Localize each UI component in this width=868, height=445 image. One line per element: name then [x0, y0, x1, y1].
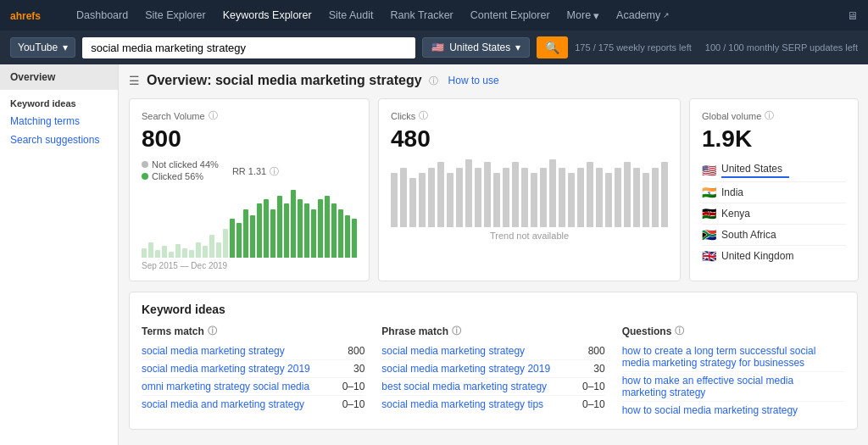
- search-input[interactable]: [82, 37, 415, 58]
- weekly-reports: 175 / 175 weekly reports left: [575, 42, 692, 53]
- phrase-count-2: 30: [593, 363, 604, 375]
- main-layout: Overview Keyword ideas Matching terms Se…: [0, 64, 868, 445]
- questions-col: Questions ⓘ how to create a long term su…: [622, 325, 845, 419]
- clicks-bar: [512, 162, 519, 227]
- terms-match-info-icon[interactable]: ⓘ: [208, 325, 217, 337]
- not-clicked-legend: Not clicked 44%: [142, 159, 219, 170]
- terms-link-3[interactable]: omni marketing strategy social media: [142, 381, 336, 392]
- monitor-icon: 🖥: [847, 9, 858, 22]
- clicks-card: Clicks ⓘ 480 Trend not available: [378, 98, 681, 281]
- question-link-3[interactable]: how to social media marketing strategy: [622, 404, 838, 416]
- india-label: India: [721, 186, 743, 198]
- sidebar-item-matching-terms[interactable]: Matching terms: [0, 112, 118, 131]
- nav-site-explorer[interactable]: Site Explorer: [143, 6, 208, 25]
- search-volume-card: Search Volume ⓘ 800 Not clicked 44% Clic…: [129, 98, 370, 281]
- sv-bar: [250, 215, 255, 258]
- question-row-3: how to social media marketing strategy: [622, 402, 845, 419]
- svg-text:ahrefs: ahrefs: [10, 10, 41, 22]
- country-kenya: 🇰🇪 Kenya: [702, 203, 846, 225]
- clicks-bar: [643, 173, 649, 227]
- sidebar-overview[interactable]: Overview: [0, 64, 118, 90]
- sv-bar: [182, 248, 187, 258]
- phrase-match-header: Phrase match ⓘ: [381, 325, 604, 337]
- search-icon: 🔍: [545, 41, 559, 54]
- nav-more[interactable]: More ▾: [565, 6, 601, 25]
- phrase-match-info-icon[interactable]: ⓘ: [452, 325, 461, 337]
- sv-bar: [142, 248, 147, 258]
- kenya-flag: 🇰🇪: [702, 207, 716, 220]
- phrase-row-4: social media marketing strategy tips 0–1…: [381, 396, 604, 413]
- terms-count-4: 0–10: [342, 398, 365, 410]
- clicks-bar: [633, 168, 640, 227]
- phrase-row-1: social media marketing strategy 800: [381, 342, 604, 360]
- clicks-bar: [549, 159, 556, 227]
- clicks-info-icon[interactable]: ⓘ: [419, 109, 428, 122]
- nav-content-explorer[interactable]: Content Explorer: [469, 6, 552, 25]
- info-icon[interactable]: ⓘ: [429, 75, 438, 87]
- nav-dashboard[interactable]: Dashboard: [75, 6, 130, 25]
- phrase-link-4[interactable]: social media marketing strategy tips: [381, 398, 576, 410]
- sv-bar: [169, 252, 174, 258]
- country-select[interactable]: 🇺🇸 United States ▾: [422, 37, 530, 58]
- how-to-use-link[interactable]: How to use: [448, 75, 499, 86]
- chevron-down-icon: ▾: [515, 42, 520, 53]
- rr-value: RR 1.31 ⓘ: [232, 165, 279, 178]
- keyword-ideas-title: Keyword ideas: [142, 303, 845, 316]
- not-clicked-dot: [142, 161, 148, 168]
- clicks-bar: [521, 168, 528, 227]
- phrase-count-3: 0–10: [582, 381, 605, 392]
- uk-flag: 🇬🇧: [702, 249, 716, 263]
- sv-bar: [277, 196, 282, 258]
- sv-bar: [209, 235, 214, 258]
- clicks-bar: [577, 168, 584, 227]
- keyword-ideas-section: Keyword ideas Terms match ⓘ social media…: [129, 292, 858, 430]
- country-us: 🇺🇸 United States: [702, 159, 846, 182]
- phrase-link-3[interactable]: best social media marketing strategy: [381, 381, 576, 392]
- phrase-link-2[interactable]: social media marketing strategy 2019: [381, 363, 587, 375]
- terms-count-1: 800: [348, 345, 364, 357]
- terms-link-2[interactable]: social media marketing strategy 2019: [142, 363, 347, 375]
- clicks-bar: [624, 162, 631, 227]
- hamburger-icon[interactable]: ☰: [129, 74, 140, 87]
- clicks-bar: [559, 168, 565, 227]
- global-country-list: 🇺🇸 United States 🇮🇳 India 🇰🇪 Kenya: [702, 159, 846, 266]
- clicks-bar: [596, 168, 603, 227]
- sv-bar: [203, 246, 208, 258]
- clicks-bar: [409, 178, 416, 227]
- us-flag: 🇺🇸: [702, 164, 716, 177]
- top-navigation: ahrefs Dashboard Site Explorer Keywords …: [0, 0, 868, 31]
- search-volume-info-icon[interactable]: ⓘ: [209, 109, 218, 122]
- terms-link-1[interactable]: social media marketing strategy: [142, 345, 341, 357]
- nav-rank-tracker[interactable]: Rank Tracker: [388, 6, 454, 25]
- question-link-1[interactable]: how to create a long term successful soc…: [622, 345, 838, 369]
- terms-link-4[interactable]: social media and marketing strategy: [142, 398, 336, 410]
- questions-info-icon[interactable]: ⓘ: [675, 325, 684, 337]
- us-label: United States: [721, 163, 789, 175]
- not-clicked-label: Not clicked 44%: [152, 159, 219, 170]
- question-row-2: how to make an effective social media ma…: [622, 372, 845, 402]
- nav-keywords-explorer[interactable]: Keywords Explorer: [221, 6, 314, 25]
- sv-bar: [311, 209, 316, 258]
- sv-bar: [352, 219, 357, 258]
- clicks-chart: [391, 159, 668, 227]
- terms-count-2: 30: [353, 363, 364, 375]
- sv-bar: [318, 199, 323, 258]
- sv-bar: [236, 223, 242, 258]
- rr-info-icon[interactable]: ⓘ: [270, 165, 279, 178]
- sidebar-item-search-suggestions[interactable]: Search suggestions: [0, 131, 118, 149]
- logo[interactable]: ahrefs: [10, 6, 61, 25]
- nav-academy[interactable]: Academy ↗: [615, 6, 671, 25]
- sv-bar: [196, 242, 201, 258]
- phrase-count-1: 800: [588, 345, 605, 357]
- page-header: ☰ Overview: social media marketing strat…: [129, 73, 858, 88]
- sv-bar: [189, 250, 194, 258]
- search-button[interactable]: 🔍: [537, 36, 568, 58]
- source-select[interactable]: YouTube ▾: [10, 37, 75, 58]
- phrase-link-1[interactable]: social media marketing strategy: [381, 345, 581, 357]
- nav-site-audit[interactable]: Site Audit: [327, 6, 376, 25]
- clicks-label: Clicks ⓘ: [391, 109, 668, 122]
- clicks-bar: [540, 168, 547, 227]
- global-volume-info-icon[interactable]: ⓘ: [765, 109, 774, 122]
- sv-bar: [304, 203, 309, 258]
- question-link-2[interactable]: how to make an effective social media ma…: [622, 375, 838, 398]
